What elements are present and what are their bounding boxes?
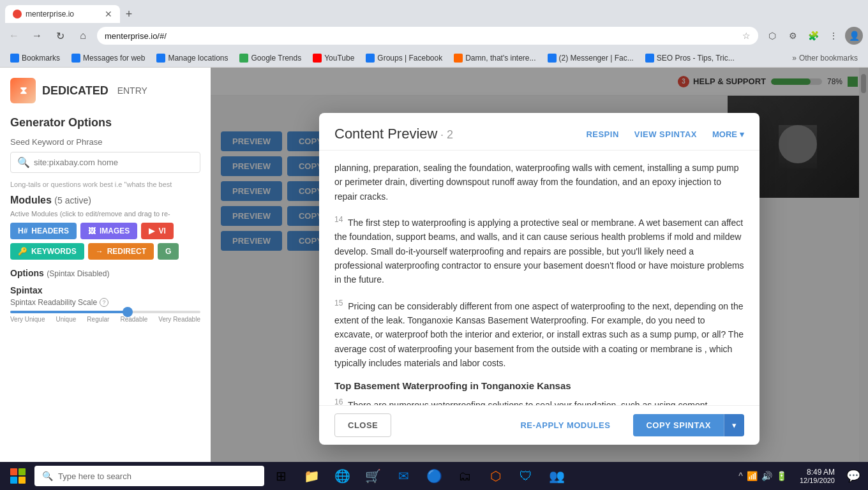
- chrome-taskbar[interactable]: 🔵: [420, 462, 448, 490]
- home-button[interactable]: ⌂: [74, 27, 92, 45]
- action-center-icon[interactable]: 💬: [842, 469, 864, 483]
- back-button[interactable]: ←: [5, 27, 23, 45]
- tab-close-button[interactable]: ✕: [105, 9, 112, 19]
- bookmark-star-icon[interactable]: ☆: [742, 31, 751, 41]
- app-logo: ⧗: [10, 78, 36, 103]
- copy-spintax-main-button[interactable]: COPY SPINTAX: [633, 414, 724, 436]
- edge-icon: 🌐: [334, 468, 350, 484]
- clock[interactable]: 8:49 AM 12/19/2020: [795, 468, 840, 484]
- chrome-icon: 🔵: [426, 468, 442, 484]
- view-spintax-button[interactable]: VIEW SPINTAX: [634, 130, 697, 139]
- modal-title-separator: ·: [440, 128, 447, 141]
- slider-labels: Very Unique Unique Regular Readable Very…: [10, 316, 200, 323]
- reapply-modules-button[interactable]: RE-APPLY MODULES: [507, 414, 623, 436]
- windows-logo-icon: [10, 468, 26, 484]
- file-explorer-taskbar[interactable]: 📁: [297, 462, 326, 490]
- respin-button[interactable]: RESPIN: [586, 130, 618, 139]
- app-header: ⧗ DEDICATED ENTRY: [10, 78, 200, 103]
- store-taskbar[interactable]: 🛒: [359, 462, 387, 490]
- bookmark-label: Other bookmarks: [799, 54, 858, 63]
- bookmark-bookmarks[interactable]: Bookmarks: [5, 52, 65, 64]
- extensions-icon[interactable]: ⬡: [763, 27, 781, 45]
- security-taskbar[interactable]: 🛡: [512, 462, 540, 490]
- bookmark-favicon: [548, 54, 557, 63]
- taskbar-search-icon: 🔍: [42, 471, 53, 481]
- settings-icon[interactable]: ⚙: [784, 27, 802, 45]
- bookmark-youtube[interactable]: YouTube: [308, 52, 359, 64]
- bookmark-messages[interactable]: Messages for web: [66, 52, 150, 64]
- options-title: Options: [10, 268, 44, 278]
- taskbar-search-bar[interactable]: 🔍 Type here to search: [34, 466, 264, 486]
- bookmark-locations[interactable]: Manage locations: [151, 52, 233, 64]
- vi-label: VI: [158, 226, 165, 235]
- toolbar-icons: ⬡ ⚙ 🧩 ⋮ 👤: [763, 27, 863, 45]
- vi-module-button[interactable]: ▶ VI: [141, 223, 173, 239]
- network-tray-icon[interactable]: 📶: [747, 471, 758, 481]
- bookmark-label: (2) Messenger | Fac...: [559, 54, 634, 63]
- slider-thumb[interactable]: [123, 307, 133, 317]
- redirect-module-button[interactable]: → REDIRECT: [88, 243, 154, 260]
- intro-text: planning, preparation, sealing the found…: [334, 163, 739, 202]
- generator-options-title: Generator Options: [10, 116, 200, 130]
- new-tab-button[interactable]: +: [120, 5, 138, 23]
- right-panel: 3 HELP & SUPPORT 78% ↻ ⬇ 👁 PREVIEW COPY …: [211, 68, 868, 490]
- teams-taskbar[interactable]: 👥: [542, 462, 571, 490]
- modal-overlay: Content Preview · 2 RESPIN VIEW SPINTAX …: [211, 68, 868, 490]
- more-button[interactable]: MORE ▾: [712, 130, 744, 139]
- puzzle-icon[interactable]: 🧩: [804, 27, 822, 45]
- section-heading: Top Basement Waterproofing in Tonganoxie…: [334, 380, 744, 391]
- images-module-button[interactable]: 🖼 IMAGES: [80, 223, 137, 239]
- bookmark-favicon: [71, 54, 80, 63]
- orange-app-taskbar[interactable]: ⬡: [481, 462, 509, 490]
- forward-button[interactable]: →: [28, 27, 46, 45]
- address-bar[interactable]: menterprise.io/#/ ☆: [97, 27, 758, 45]
- reload-button[interactable]: ↻: [51, 27, 69, 45]
- bookmark-favicon: [645, 54, 654, 63]
- active-tab[interactable]: menterprise.io ✕: [5, 5, 120, 23]
- system-tray: ^ 📶 🔊 🔋 8:49 AM 12/19/2020 💬: [733, 468, 864, 484]
- speaker-tray-icon[interactable]: 🔊: [761, 471, 772, 481]
- label-unique: Unique: [56, 316, 77, 323]
- modules-header: Modules (5 active): [10, 195, 200, 206]
- profile-avatar[interactable]: 👤: [845, 27, 863, 45]
- explorer-taskbar-2[interactable]: 🗂: [451, 462, 479, 490]
- search-box[interactable]: 🔍: [10, 152, 200, 173]
- modal-body[interactable]: planning, preparation, sealing the found…: [319, 151, 760, 405]
- chevron-down-icon: ▾: [740, 130, 744, 139]
- help-icon: ?: [100, 298, 108, 307]
- more-options-icon[interactable]: ⋮: [825, 27, 842, 45]
- module-buttons: H# HEADERS 🖼 IMAGES ▶ VI 🔑 KEYWORDS → RE…: [10, 223, 200, 260]
- close-button[interactable]: CLOSE: [334, 413, 391, 437]
- navigation-bar: ← → ↻ ⌂ menterprise.io/#/ ☆ ⬡ ⚙ 🧩 ⋮ 👤: [0, 23, 868, 48]
- keywords-module-button[interactable]: 🔑 KEYWORDS: [10, 243, 84, 260]
- mail-icon: ✉: [398, 468, 409, 484]
- tray-icons: ^ 📶 🔊 🔋: [733, 471, 792, 481]
- tab-bar: menterprise.io ✕ +: [0, 0, 868, 23]
- headers-module-button[interactable]: H# HEADERS: [10, 223, 77, 239]
- edge-browser-taskbar[interactable]: 🌐: [328, 462, 356, 490]
- redirect-label: REDIRECT: [107, 247, 146, 256]
- options-subtitle: (Spintax Disabled): [47, 269, 109, 278]
- bookmark-damn[interactable]: Damn, that's intere...: [449, 52, 541, 64]
- bookmark-seo[interactable]: SEO Pros - Tips, Tric...: [640, 52, 740, 64]
- chevron-up-tray-icon[interactable]: ^: [738, 471, 743, 481]
- label-regular: Regular: [87, 316, 109, 323]
- mail-taskbar[interactable]: ✉: [389, 462, 417, 490]
- bookmark-label: Messages for web: [83, 54, 145, 63]
- search-input[interactable]: [34, 158, 193, 167]
- date-display: 12/19/2020: [800, 477, 835, 484]
- readability-slider[interactable]: Very Unique Unique Regular Readable Very…: [10, 311, 200, 323]
- task-view-button[interactable]: ⊞: [267, 462, 295, 490]
- bookmark-facebook-groups[interactable]: Groups | Facebook: [361, 52, 447, 64]
- bookmark-messenger[interactable]: (2) Messenger | Fac...: [542, 52, 639, 64]
- redirect-icon: →: [96, 247, 103, 256]
- g-module-button[interactable]: G: [158, 243, 179, 260]
- start-button[interactable]: [4, 462, 32, 490]
- bookmark-trends[interactable]: Google Trends: [234, 52, 306, 64]
- copy-spintax-dropdown-button[interactable]: ▾: [724, 414, 744, 436]
- modal-footer: CLOSE RE-APPLY MODULES COPY SPINTAX ▾: [319, 405, 760, 445]
- battery-tray-icon[interactable]: 🔋: [776, 471, 787, 481]
- bookmark-more-button[interactable]: » Other bookmarks: [787, 52, 863, 64]
- time-display: 8:49 AM: [800, 468, 835, 477]
- paragraph-16-text: There are numerous waterproofing solutio…: [334, 400, 740, 405]
